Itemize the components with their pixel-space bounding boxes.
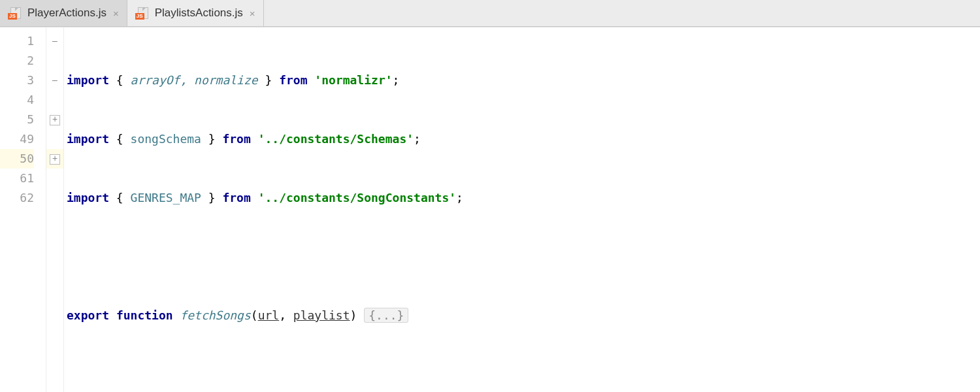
close-icon[interactable]: × [113,8,119,19]
code-line[interactable]: import { arrayOf, normalize } from 'norm… [64,71,980,90]
javascript-file-icon: JS [135,7,150,19]
tab-label: PlaylistsActions.js [155,7,243,20]
fold-expand-icon[interactable]: + [50,154,60,165]
line-number: 50 [0,149,34,169]
tab-player-actions[interactable]: JS PlayerActions.js × [0,0,127,26]
line-number: 5 [0,110,34,129]
fold-collapse-icon[interactable]: – [50,76,59,86]
line-number: 49 [0,129,34,149]
code-line[interactable] [64,247,980,267]
line-number: 62 [0,188,34,208]
line-number: 4 [0,90,34,110]
line-number: 3 [0,71,34,90]
line-number: 2 [0,51,34,71]
tab-playlists-actions[interactable]: JS PlaylistsActions.js × [127,0,264,26]
fold-gutter: – – + + [46,27,64,392]
fold-collapse-icon[interactable]: – [50,37,59,46]
folded-region[interactable]: {...} [364,308,408,323]
code-area[interactable]: import { arrayOf, normalize } from 'norm… [64,27,980,392]
code-line[interactable] [64,365,980,384]
line-number: 61 [0,169,34,188]
line-number-gutter: 1 2 3 4 5 49 50 61 62 [0,27,46,392]
tab-label: PlayerActions.js [27,7,106,20]
line-number: 1 [0,31,34,51]
code-editor[interactable]: 1 2 3 4 5 49 50 61 62 – – + + import { a… [0,27,980,392]
fold-expand-icon[interactable]: + [50,115,60,125]
tab-bar: JS PlayerActions.js × JS PlaylistsAction… [0,0,980,27]
code-line[interactable]: import { GENRES_MAP } from '../constants… [64,188,980,208]
javascript-file-icon: JS [8,7,22,19]
code-line[interactable]: export function fetchSongs(url, playlist… [64,306,980,325]
close-icon[interactable]: × [250,8,255,19]
code-line[interactable]: import { songSchema } from '../constants… [64,129,980,149]
